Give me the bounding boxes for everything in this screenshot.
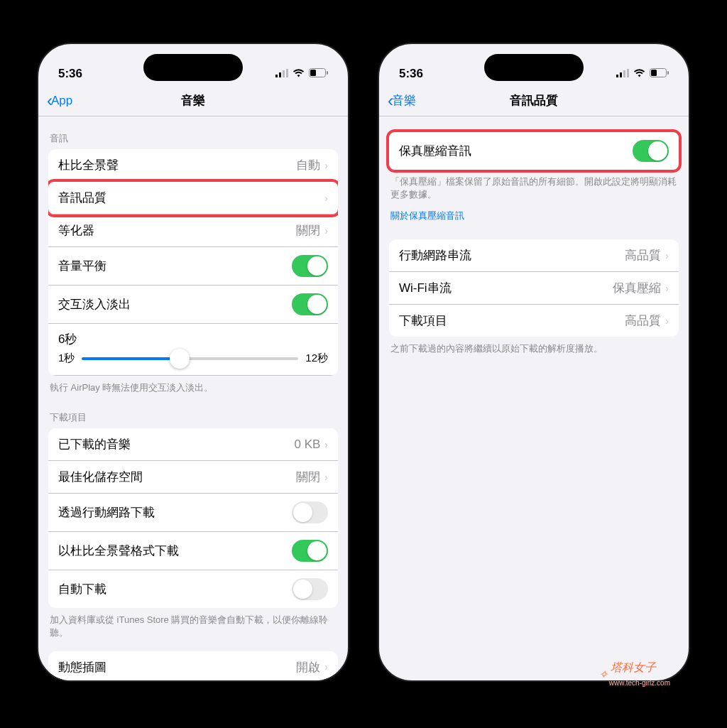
row-crossfade-slider: 6秒 1秒 12秒 <box>48 324 338 376</box>
row-detail: 高品質› <box>625 313 669 329</box>
row-detail: 關閉› <box>296 222 328 239</box>
row-label: Wi-Fi串流 <box>399 280 452 296</box>
toggle-lossless-audio[interactable] <box>633 140 669 162</box>
watermark: ✧ 塔科女子 www.tech-girlz.com <box>598 661 670 688</box>
settings-content[interactable]: 保真壓縮音訊 「保真壓縮」檔案保留了原始音訊的所有細節。開啟此設定將明顯消耗更多… <box>379 116 689 680</box>
row-label: 保真壓縮音訊 <box>399 143 471 159</box>
group-download: 已下載的音樂 0 KB› 最佳化儲存空間 關閉› 透過行動網路下載 以杜比全景聲… <box>48 428 338 608</box>
svg-rect-13 <box>667 71 669 75</box>
nav-back-button[interactable]: ‹ App <box>47 91 72 111</box>
row-cellular-download[interactable]: 透過行動網路下載 <box>48 494 338 532</box>
row-label: 最佳化儲存空間 <box>58 469 143 485</box>
chevron-right-icon: › <box>665 250 669 261</box>
status-indicators <box>275 67 328 81</box>
row-crossfade[interactable]: 交互淡入淡出 <box>48 286 338 324</box>
row-detail: 保真壓縮› <box>613 280 669 296</box>
toggle-cellular-download[interactable] <box>292 501 328 523</box>
row-downloads[interactable]: 下載項目 高品質› <box>389 305 679 337</box>
row-detail: 高品質› <box>625 247 669 264</box>
link-about-lossless[interactable]: 關於保真壓縮音訊 <box>379 202 689 224</box>
slider-current-value: 6秒 <box>58 331 328 347</box>
battery-icon <box>650 67 669 81</box>
row-label: 透過行動網路下載 <box>58 504 155 521</box>
section-footer-audio: 執行 AirPlay 時無法使用交互淡入淡出。 <box>38 376 348 396</box>
row-optimize-storage[interactable]: 最佳化儲存空間 關閉› <box>48 461 338 494</box>
row-label: 交互淡入淡出 <box>58 296 131 313</box>
settings-content[interactable]: 音訊 杜比全景聲 自動› 音訊品質 › 等化器 關閉› 音量 <box>38 116 348 680</box>
wifi-icon <box>293 67 305 81</box>
row-downloaded-music[interactable]: 已下載的音樂 0 KB› <box>48 428 338 461</box>
nav-back-button[interactable]: ‹ 音樂 <box>388 91 416 111</box>
nav-title: 音樂 <box>38 92 348 109</box>
svg-rect-7 <box>616 75 618 77</box>
svg-rect-8 <box>620 72 622 77</box>
nav-back-label: 音樂 <box>392 92 416 109</box>
row-auto-download[interactable]: 自動下載 <box>48 570 338 608</box>
chevron-right-icon: › <box>665 315 669 327</box>
svg-rect-5 <box>310 70 316 76</box>
svg-rect-0 <box>275 75 278 77</box>
phone-right: 5:36 ‹ 音樂 音訊品質 <box>371 36 697 689</box>
phone-left: 5:36 ‹ App 音樂 音訊 <box>30 36 356 689</box>
svg-rect-3 <box>286 69 288 77</box>
group-animation: 動態插圖 開啟› <box>48 651 338 680</box>
row-detail: 開啟› <box>296 659 328 675</box>
slider-thumb[interactable] <box>170 349 190 369</box>
row-audio-quality[interactable]: 音訊品質 › <box>48 182 338 214</box>
svg-rect-10 <box>627 69 629 77</box>
nav-title: 音訊品質 <box>379 92 689 109</box>
nav-bar: ‹ 音樂 音訊品質 <box>379 85 689 116</box>
nav-back-label: App <box>51 94 72 108</box>
row-label: 以杜比全景聲格式下載 <box>58 543 179 559</box>
dynamic-island <box>143 54 243 81</box>
section-header-audio: 音訊 <box>38 116 348 149</box>
row-detail: 關閉› <box>296 469 328 485</box>
nav-bar: ‹ App 音樂 <box>38 85 348 116</box>
slider-min-label: 1秒 <box>58 352 75 365</box>
section-footer-download: 加入資料庫或從 iTunes Store 購買的音樂會自動下載，以便你離線聆聽。 <box>38 608 348 641</box>
row-detail: 自動› <box>296 157 328 173</box>
status-indicators <box>616 67 669 81</box>
group-audio: 杜比全景聲 自動› 音訊品質 › 等化器 關閉› 音量平衡 <box>48 149 338 376</box>
chevron-right-icon: › <box>324 225 328 237</box>
row-label: 杜比全景聲 <box>58 157 119 173</box>
chevron-right-icon: › <box>324 661 328 673</box>
row-cellular-streaming[interactable]: 行動網路串流 高品質› <box>389 239 679 272</box>
row-label: 動態插圖 <box>58 659 106 675</box>
row-volume-balance[interactable]: 音量平衡 <box>48 247 338 286</box>
group-lossless: 保真壓縮音訊 <box>389 132 679 170</box>
chevron-right-icon: › <box>324 472 328 483</box>
toggle-crossfade[interactable] <box>292 293 328 315</box>
row-label: 音訊品質 <box>58 190 106 206</box>
crossfade-slider[interactable] <box>82 357 298 360</box>
wifi-icon <box>633 67 645 81</box>
chevron-right-icon: › <box>324 439 328 450</box>
section-header-download: 下載項目 <box>38 396 348 428</box>
slider-max-label: 12秒 <box>305 352 328 365</box>
row-lossless-audio[interactable]: 保真壓縮音訊 <box>389 132 679 170</box>
chevron-right-icon: › <box>324 160 328 171</box>
toggle-auto-download[interactable] <box>292 578 328 600</box>
toggle-volume-balance[interactable] <box>292 255 328 277</box>
row-detail: 0 KB› <box>294 438 328 452</box>
watermark-url: www.tech-girlz.com <box>609 679 670 687</box>
row-label: 自動下載 <box>58 581 106 597</box>
svg-rect-9 <box>623 70 625 77</box>
row-eq[interactable]: 等化器 關閉› <box>48 214 338 247</box>
status-time: 5:36 <box>399 67 423 81</box>
svg-rect-1 <box>279 72 281 77</box>
svg-rect-2 <box>283 70 285 77</box>
section-footer-lossless: 「保真壓縮」檔案保留了原始音訊的所有細節。開啟此設定將明顯消耗更多數據。 <box>379 170 689 202</box>
row-dolby-download[interactable]: 以杜比全景聲格式下載 <box>48 532 338 570</box>
phone-left-screen: 5:36 ‹ App 音樂 音訊 <box>37 43 349 682</box>
toggle-dolby-download[interactable] <box>292 540 328 562</box>
signal-icon <box>616 67 629 81</box>
row-dolby-atmos[interactable]: 杜比全景聲 自動› <box>48 149 338 182</box>
row-wifi-streaming[interactable]: Wi-Fi串流 保真壓縮› <box>389 272 679 305</box>
row-animated-art[interactable]: 動態插圖 開啟› <box>48 651 338 680</box>
battery-icon <box>309 67 328 81</box>
row-label: 行動網路串流 <box>399 247 471 264</box>
status-time: 5:36 <box>58 67 82 81</box>
chevron-right-icon: › <box>324 192 328 204</box>
signal-icon <box>275 67 288 81</box>
